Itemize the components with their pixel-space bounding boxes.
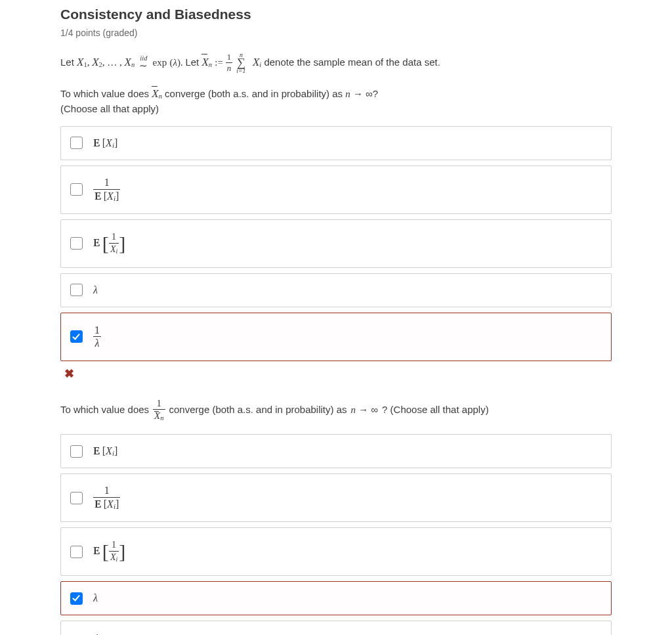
problem-title: Consistency and Biasedness: [60, 7, 612, 22]
q2-label-one_over_lambda: 1λ: [93, 632, 101, 635]
q1-label-one_over_lambda: 1λ: [93, 324, 101, 349]
q2-checkbox-lambda[interactable]: [70, 592, 83, 605]
q1-option-lambda[interactable]: λ: [60, 273, 612, 307]
q1-choices: E [Xi]1E [Xi]E [1Xi]λ1λ: [60, 126, 612, 361]
q2-checkbox-one_over_E_Xi[interactable]: [70, 492, 83, 504]
q2-label-E_Xi: E [Xi]: [93, 445, 117, 458]
q1-option-E_one_over_Xi[interactable]: E [1Xi]: [60, 219, 612, 268]
q2-frac-num: 1: [153, 398, 165, 410]
q1-prompt: To which value does Xn converge (both a.…: [60, 85, 612, 117]
q2-choices: E [Xi]1E [Xi]E [1Xi]λ1λ: [60, 434, 612, 635]
q1-checkbox-E_one_over_Xi[interactable]: [70, 237, 83, 250]
q2-prompt: To which value does 1 Xn converge (both …: [60, 398, 612, 422]
q2-option-E_one_over_Xi[interactable]: E [1Xi]: [60, 527, 612, 576]
q1-label-E_Xi: E [Xi]: [93, 137, 117, 150]
q1-line1b: converge (both a.s. and in probability) …: [165, 88, 345, 99]
q1-checkbox-lambda[interactable]: [70, 284, 83, 296]
points-line: 1/4 points (graded): [60, 28, 612, 38]
q2-option-one_over_E_Xi[interactable]: 1E [Xi]: [60, 473, 612, 522]
q1-label-E_one_over_Xi: E [1Xi]: [93, 232, 125, 255]
q1-option-one_over_E_Xi[interactable]: 1E [Xi]: [60, 165, 612, 214]
q2-label-lambda: λ: [93, 592, 98, 604]
problem-setup: Let X1, X2, … , Xn iid ∼ exp (λ). Let Xn…: [60, 53, 612, 74]
setup-tail: denote the sample mean of the data set.: [264, 56, 440, 68]
q2-option-E_Xi[interactable]: E [Xi]: [60, 434, 612, 468]
q2-option-one_over_lambda[interactable]: 1λ: [60, 621, 612, 635]
q1-checkbox-one_over_E_Xi[interactable]: [70, 183, 83, 196]
sum-bot: i=1: [236, 68, 245, 74]
q2-tail: ? (Choose all that apply): [382, 402, 489, 418]
q1-option-E_Xi[interactable]: E [Xi]: [60, 126, 612, 160]
q2-line1a: To which value does: [60, 402, 149, 418]
q1-option-one_over_lambda[interactable]: 1λ: [60, 313, 612, 361]
q1-checkbox-one_over_lambda[interactable]: [70, 330, 83, 343]
q1-feedback-wrong-icon: ✖: [64, 366, 612, 381]
q2-option-lambda[interactable]: λ: [60, 581, 612, 615]
frac-den: n: [227, 63, 232, 73]
q1-line2: (Choose all that apply): [60, 102, 612, 117]
q2-line1b: converge (both a.s. and in probability) …: [169, 402, 347, 418]
q1-checkbox-E_Xi[interactable]: [70, 137, 83, 149]
q1-line1a: To which value does: [60, 88, 152, 99]
frac-num: 1: [226, 53, 233, 62]
setup-let: Let: [60, 56, 77, 68]
q2-checkbox-E_Xi[interactable]: [70, 445, 83, 458]
q2-checkbox-E_one_over_Xi[interactable]: [70, 546, 83, 558]
q2-label-E_one_over_Xi: E [1Xi]: [93, 540, 125, 563]
tilde-icon: ∼: [139, 62, 148, 71]
q2-label-one_over_E_Xi: 1E [Xi]: [93, 485, 120, 510]
q1-label-one_over_E_Xi: 1E [Xi]: [93, 177, 120, 202]
q1-qmark: ?: [373, 88, 378, 99]
q1-label-lambda: λ: [93, 284, 98, 296]
assign-symbol: :=: [215, 57, 225, 68]
